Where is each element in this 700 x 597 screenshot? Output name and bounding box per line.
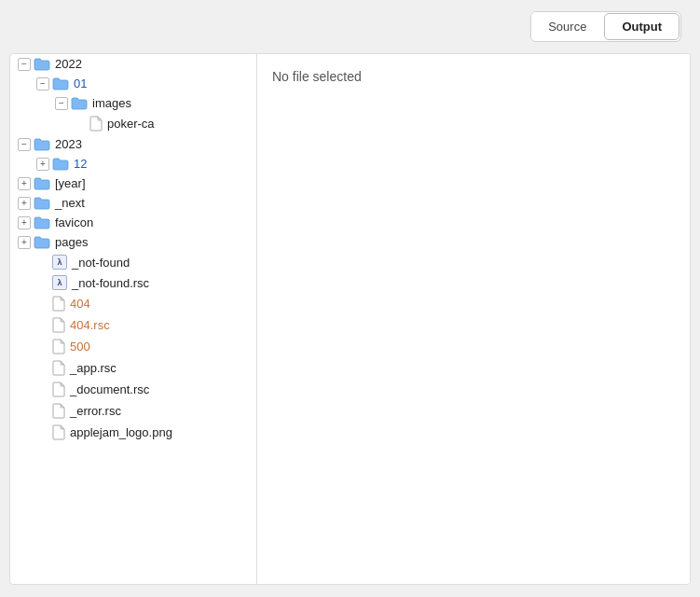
expand-btn[interactable]: +: [18, 177, 31, 190]
item-label: 500: [70, 340, 90, 354]
file-icon: [52, 317, 65, 333]
tree-item[interactable]: − 2022: [10, 54, 256, 74]
top-bar: Source Output: [0, 0, 700, 53]
tree-item[interactable]: − 01: [10, 74, 256, 93]
file-icon: [52, 424, 65, 440]
file-icon: [52, 360, 65, 376]
item-label: 404.rsc: [70, 318, 110, 332]
expand-spacer: [36, 256, 49, 269]
collapse-btn[interactable]: −: [36, 77, 49, 90]
expand-spacer: [36, 276, 49, 289]
no-file-label: No file selected: [272, 69, 362, 84]
main-container: − 2022− 01− images poker-ca− 2023+ 12+ […: [9, 53, 691, 585]
item-label: 2023: [55, 137, 82, 151]
item-label: _error.rsc: [70, 404, 121, 418]
item-label: _not-found.rsc: [72, 276, 149, 290]
folder-icon: [34, 235, 50, 249]
expand-btn[interactable]: +: [18, 236, 31, 249]
tree-item[interactable]: λ_not-found.rsc: [10, 272, 256, 293]
tree-item[interactable]: + favicon: [10, 213, 256, 232]
collapse-btn[interactable]: −: [18, 58, 31, 71]
item-label: images: [92, 96, 131, 110]
item-label: [year]: [55, 176, 86, 190]
file-icon: [52, 339, 65, 354]
tree-item[interactable]: poker-ca: [10, 113, 256, 134]
expand-spacer: [36, 298, 49, 311]
item-label: _document.rsc: [70, 382, 149, 396]
expand-spacer: [36, 319, 49, 332]
tree-item[interactable]: + _next: [10, 193, 256, 213]
tree-item[interactable]: 404.rsc: [10, 314, 256, 336]
content-panel: No file selected: [257, 54, 690, 584]
source-button[interactable]: Source: [531, 12, 603, 41]
item-label: poker-ca: [107, 117, 155, 131]
folder-icon: [52, 157, 69, 171]
folder-icon: [34, 57, 50, 71]
item-label: pages: [55, 235, 88, 249]
collapse-btn[interactable]: −: [18, 138, 31, 151]
tree-item[interactable]: − 2023: [10, 134, 256, 154]
expand-btn[interactable]: +: [18, 216, 31, 229]
tree-item[interactable]: λ_not-found: [10, 252, 256, 272]
item-label: 12: [74, 157, 87, 171]
item-label: 404: [70, 297, 90, 311]
folder-icon: [34, 176, 50, 190]
tree-item[interactable]: _error.rsc: [10, 400, 256, 422]
tree-item[interactable]: + pages: [10, 232, 256, 252]
item-label: favicon: [55, 215, 93, 229]
tree-item[interactable]: − images: [10, 93, 256, 113]
file-icon: [52, 382, 65, 397]
view-toggle: Source Output: [530, 11, 681, 42]
expand-spacer: [36, 383, 49, 396]
file-tree-panel[interactable]: − 2022− 01− images poker-ca− 2023+ 12+ […: [10, 54, 257, 584]
expand-spacer: [74, 118, 87, 131]
item-label: 01: [74, 76, 87, 90]
file-icon: [52, 296, 65, 312]
tree-item[interactable]: + [year]: [10, 174, 256, 193]
folder-icon: [34, 137, 50, 151]
tree-item[interactable]: 500: [10, 336, 256, 357]
expand-btn[interactable]: +: [18, 197, 31, 210]
folder-icon: [71, 96, 88, 110]
expand-btn[interactable]: +: [36, 158, 49, 171]
tree-item[interactable]: 404: [10, 293, 256, 314]
folder-icon: [34, 196, 50, 210]
output-button[interactable]: Output: [604, 13, 679, 40]
collapse-btn[interactable]: −: [55, 97, 68, 110]
expand-spacer: [36, 340, 49, 354]
folder-icon: [52, 76, 69, 90]
tree-item[interactable]: _app.rsc: [10, 357, 256, 379]
tree-item[interactable]: + 12: [10, 154, 256, 174]
item-label: _next: [55, 196, 85, 210]
item-label: 2022: [55, 57, 82, 71]
lambda-icon: λ: [52, 275, 67, 290]
expand-spacer: [36, 362, 49, 375]
lambda-icon: λ: [52, 255, 67, 270]
item-label: _not-found: [72, 256, 130, 270]
expand-spacer: [36, 426, 49, 439]
file-icon: [89, 116, 103, 132]
file-icon: [52, 403, 65, 419]
tree-item[interactable]: _document.rsc: [10, 379, 256, 400]
item-label: applejam_logo.png: [70, 425, 172, 439]
folder-icon: [34, 215, 50, 229]
expand-spacer: [36, 405, 49, 418]
tree-item[interactable]: applejam_logo.png: [10, 422, 256, 443]
item-label: _app.rsc: [70, 361, 117, 375]
